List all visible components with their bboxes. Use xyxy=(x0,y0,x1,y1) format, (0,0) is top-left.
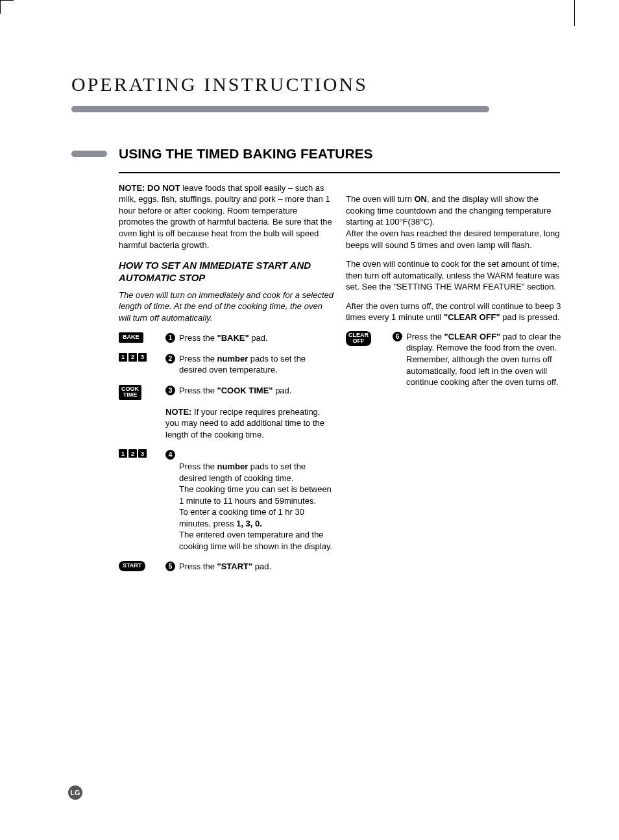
note-paragraph: NOTE: DO NOT leave foods that spoil easi… xyxy=(119,182,334,251)
note-label: NOTE: DO NOT xyxy=(119,183,180,193)
step-3-text: Press the "COOK TIME" pad. xyxy=(179,385,334,397)
section-bullet xyxy=(71,151,107,157)
left-column: NOTE: DO NOT leave foods that spoil easi… xyxy=(119,182,334,582)
pad-label: COOK TIME xyxy=(119,385,141,400)
section-header: USING THE TIMED BAKING FEATURES xyxy=(71,145,562,163)
lg-logo-icon: LG xyxy=(68,785,82,800)
step-4: 123 4 Press the number pads to set the d… xyxy=(119,449,334,552)
step-number-3: 3 xyxy=(165,386,175,395)
right-para-3: After the oven turns off, the control wi… xyxy=(346,301,561,323)
number-pad-icon: 123 xyxy=(119,449,154,458)
step-number-2: 2 xyxy=(165,354,175,364)
cook-time-pad-icon: COOK TIME xyxy=(119,385,154,400)
step-3: COOK TIME 3 Press the "COOK TIME" pad. xyxy=(119,385,334,400)
step-number-1: 1 xyxy=(165,333,175,343)
step-1-text: Press the "BAKE" pad. xyxy=(179,332,334,344)
right-para-2: The oven will continue to cook for the s… xyxy=(346,258,561,293)
section-underline xyxy=(119,172,560,173)
step-2: 123 2 Press the number pads to set the d… xyxy=(119,353,334,376)
step-2-text: Press the number pads to set the desired… xyxy=(179,353,334,376)
header: OPERATING INSTRUCTIONS xyxy=(0,0,619,112)
step-number-4: 4 xyxy=(165,450,175,460)
step-5-text: Press the "START" pad. xyxy=(179,561,334,573)
subsection-heading: HOW TO SET AN IMMEDIATE START AND AUTOMA… xyxy=(119,260,334,284)
step-number-6: 6 xyxy=(393,332,402,341)
step-6-text: Press the "CLEAR OFF" pad to clear the d… xyxy=(406,331,561,388)
pad-label: START xyxy=(119,561,145,571)
section-title: USING THE TIMED BAKING FEATURES xyxy=(119,145,373,163)
intro-paragraph: The oven will turn on immediately and co… xyxy=(119,290,334,324)
right-column: The oven will turn ON, and the display w… xyxy=(346,182,561,582)
content: USING THE TIMED BAKING FEATURES NOTE: DO… xyxy=(0,112,619,582)
start-pad-icon: START xyxy=(119,561,154,571)
right-para-1: The oven will turn ON, and the display w… xyxy=(346,182,561,251)
step-6: CLEAR OFF 6 Press the "CLEAR OFF" pad to… xyxy=(346,331,561,388)
header-rule xyxy=(71,106,489,112)
page-title: OPERATING INSTRUCTIONS xyxy=(71,71,619,98)
pad-label: CLEAR OFF xyxy=(346,331,371,346)
crop-mark-tr xyxy=(574,0,575,26)
clear-off-pad-icon: CLEAR OFF xyxy=(346,331,381,346)
bake-pad-icon: BAKE xyxy=(119,332,154,342)
crop-mark-tl xyxy=(0,0,14,14)
step-3-note: NOTE: If your recipe requires preheating… xyxy=(165,406,334,441)
step-5: START 5 Press the "START" pad. xyxy=(119,561,334,573)
columns: NOTE: DO NOT leave foods that spoil easi… xyxy=(71,182,562,582)
pad-label: BAKE xyxy=(119,332,143,342)
step-1: BAKE 1 Press the "BAKE" pad. xyxy=(119,332,334,344)
note-body: leave foods that spoil easily – such as … xyxy=(119,183,332,250)
page: OPERATING INSTRUCTIONS USING THE TIMED B… xyxy=(0,0,619,840)
number-pad-icon: 123 xyxy=(119,353,154,362)
step-number-5: 5 xyxy=(165,562,175,571)
step-4-text: Press the number pads to set the desired… xyxy=(179,449,334,552)
